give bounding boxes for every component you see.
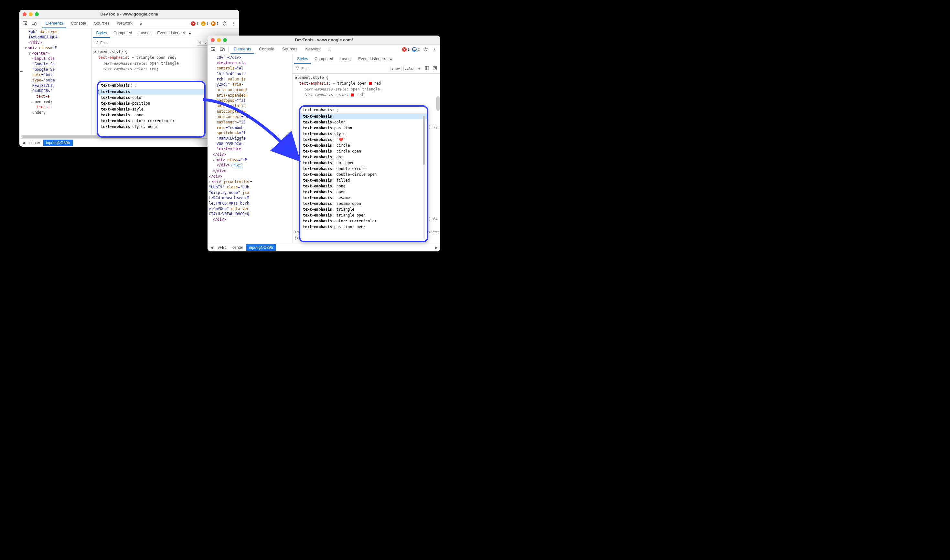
- subtab-event-listeners[interactable]: Event Listeners: [355, 55, 389, 64]
- autocomplete-item[interactable]: text-emphasis: circle open: [300, 148, 427, 154]
- maximize-icon[interactable]: [35, 12, 39, 16]
- breadcrumb-left-icon[interactable]: ◀: [209, 245, 215, 250]
- autocomplete-item[interactable]: text-emphasis: open: [300, 189, 427, 195]
- autocomplete-item[interactable]: text-emphasis-position: [300, 125, 427, 131]
- scrollbar-vertical[interactable]: [436, 96, 440, 233]
- autocomplete-item[interactable]: text-emphasis-style: [98, 106, 204, 112]
- breadcrumb-right-icon[interactable]: ▶: [433, 245, 439, 250]
- maximize-icon[interactable]: [223, 38, 227, 42]
- autocomplete-item[interactable]: text-emphasis: sesame: [300, 195, 427, 201]
- device-toggle-icon[interactable]: [219, 46, 226, 53]
- autocomplete-list[interactable]: text-emphasistext-emphasis-colortext-emp…: [300, 114, 427, 240]
- css-edit-input[interactable]: text-emphasis: ;: [300, 107, 427, 114]
- tab-elements[interactable]: Elements: [42, 19, 66, 28]
- autocomplete-item[interactable]: text-emphasis: circle: [300, 143, 427, 148]
- inspect-icon[interactable]: [209, 46, 217, 53]
- autocomplete-item[interactable]: text-emphasis-position: over: [300, 224, 427, 230]
- autocomplete-item[interactable]: text-emphasis-position: [98, 100, 204, 106]
- tab-network[interactable]: Network: [302, 45, 324, 54]
- autocomplete-item[interactable]: text-emphasis-color: currentcolor: [300, 218, 427, 224]
- error-badge[interactable]: ✕1: [190, 22, 199, 26]
- subtab-event-listeners[interactable]: Event Listeners: [154, 29, 188, 38]
- issue-badge[interactable]: ⚑1: [211, 22, 219, 26]
- breadcrumb-item-active[interactable]: input.gNO89b: [246, 244, 276, 251]
- css-edit-input[interactable]: text-emphasis: ;: [98, 82, 204, 89]
- dom-tree[interactable]: 8pb" data-ved IAxUqWUEAHQU4 </div> ▼<div…: [19, 28, 92, 138]
- new-rule-icon[interactable]: +: [416, 66, 422, 71]
- autocomplete-item[interactable]: text-emphasis: [300, 114, 427, 119]
- subtab-layout[interactable]: Layout: [337, 55, 355, 64]
- tab-sources[interactable]: Sources: [91, 19, 113, 28]
- styles-overview-icon[interactable]: [424, 66, 430, 71]
- autocomplete-item[interactable]: text-emphasis-color: [300, 119, 427, 125]
- breadcrumb-item[interactable]: 9FBc: [215, 244, 229, 251]
- scrollbar-horizontal[interactable]: [22, 135, 92, 138]
- kebab-icon[interactable]: ⋮: [431, 46, 438, 53]
- titlebar[interactable]: DevTools - www.google.com/: [208, 35, 440, 45]
- tab-console[interactable]: Console: [256, 45, 278, 54]
- dom-tree[interactable]: cQv"></div> <textarea cla controls="Al "…: [208, 54, 293, 243]
- filter-input[interactable]: [100, 41, 195, 45]
- tab-console[interactable]: Console: [68, 19, 89, 28]
- breadcrumb-item[interactable]: center: [229, 244, 246, 251]
- autocomplete-item[interactable]: text-emphasis: triangle: [300, 206, 427, 212]
- color-swatch[interactable]: [369, 82, 372, 85]
- scrollbar-vertical[interactable]: [423, 116, 425, 238]
- autocomplete-item[interactable]: text-emphasis: "❤️": [300, 137, 427, 143]
- autocomplete-item[interactable]: text-emphasis: triangle open: [300, 212, 427, 218]
- autocomplete-item[interactable]: text-emphasis-color: [98, 95, 204, 100]
- hov-toggle[interactable]: :hov: [390, 66, 402, 71]
- flex-badge[interactable]: flex: [231, 163, 243, 168]
- autocomplete-item[interactable]: text-emphasis: double-circle: [300, 166, 427, 172]
- subtab-layout[interactable]: Layout: [136, 29, 154, 38]
- more-subtabs-icon[interactable]: »: [390, 57, 392, 62]
- close-icon[interactable]: [211, 38, 215, 42]
- autocomplete-item[interactable]: text-emphasis: [98, 89, 204, 95]
- warning-badge[interactable]: ▲1: [200, 22, 209, 26]
- settings-icon[interactable]: [422, 46, 429, 53]
- autocomplete-item[interactable]: text-emphasis: dot: [300, 154, 427, 160]
- tab-sources[interactable]: Sources: [279, 45, 301, 54]
- minimize-icon[interactable]: [29, 12, 32, 16]
- autocomplete-item[interactable]: text-emphasis-color: currentcolor: [98, 118, 204, 124]
- inspect-icon[interactable]: [22, 20, 29, 28]
- hov-toggle[interactable]: :hov: [197, 40, 208, 46]
- subtab-computed[interactable]: Computed: [111, 29, 135, 38]
- close-icon[interactable]: [23, 12, 26, 16]
- tab-network[interactable]: Network: [114, 19, 136, 28]
- tab-elements[interactable]: Elements: [231, 45, 254, 54]
- autocomplete-list[interactable]: text-emphasistext-emphasis-colortext-emp…: [98, 89, 204, 129]
- autocomplete-item[interactable]: text-emphasis: sesame open: [300, 201, 427, 206]
- subtab-styles[interactable]: Styles: [294, 55, 311, 64]
- autocomplete-item[interactable]: text-emphasis-style: [300, 131, 427, 137]
- dom-text: KEwjS1ZLIg: [21, 83, 90, 89]
- breadcrumb-item[interactable]: center: [26, 140, 43, 146]
- settings-icon[interactable]: [220, 20, 228, 28]
- cls-toggle[interactable]: .cls: [403, 66, 415, 71]
- subtab-computed[interactable]: Computed: [312, 55, 336, 64]
- autocomplete-item[interactable]: text-emphasis: none: [98, 112, 204, 118]
- computed-toggle-icon[interactable]: [432, 66, 438, 71]
- breadcrumb-left-icon[interactable]: ◀: [21, 140, 26, 145]
- titlebar[interactable]: DevTools - www.google.com/: [19, 10, 239, 19]
- more-tabs-icon[interactable]: »: [325, 46, 333, 53]
- svg-point-3: [224, 23, 225, 24]
- breadcrumb-item-active[interactable]: input.gNO89b: [43, 140, 73, 146]
- filter-icon: [94, 40, 98, 45]
- device-toggle-icon[interactable]: [31, 20, 38, 28]
- ellipsis-icon[interactable]: ⋯: [20, 68, 23, 74]
- kebab-icon[interactable]: ⋮: [229, 20, 237, 28]
- more-tabs-icon[interactable]: »: [137, 20, 145, 28]
- autocomplete-item[interactable]: text-emphasis: filled: [300, 177, 427, 183]
- more-subtabs-icon[interactable]: »: [188, 31, 191, 35]
- autocomplete-item[interactable]: text-emphasis-style: none: [98, 124, 204, 129]
- autocomplete-item[interactable]: text-emphasis: none: [300, 183, 427, 189]
- minimize-icon[interactable]: [217, 38, 221, 42]
- message-badge[interactable]: 💬2: [411, 47, 420, 52]
- autocomplete-item[interactable]: text-emphasis: dot open: [300, 160, 427, 166]
- autocomplete-item[interactable]: text-emphasis: double-circle open: [300, 172, 427, 177]
- error-badge[interactable]: ✕1: [402, 47, 410, 52]
- filter-input[interactable]: [301, 66, 388, 71]
- color-swatch[interactable]: [351, 93, 354, 97]
- subtab-styles[interactable]: Styles: [93, 29, 110, 38]
